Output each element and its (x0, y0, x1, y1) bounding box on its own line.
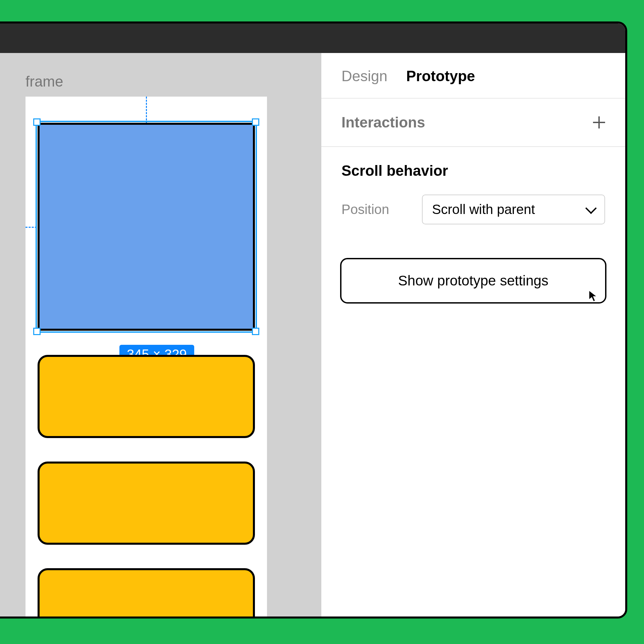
canvas-area[interactable]: frame 345 × 329 (0, 53, 321, 616)
selection-outline (36, 121, 257, 333)
position-label: Position (341, 202, 409, 217)
alignment-guide-vertical (146, 97, 147, 123)
position-select-value: Scroll with parent (432, 202, 535, 217)
add-interaction-icon[interactable] (593, 116, 605, 128)
interactions-section: Interactions (321, 99, 625, 147)
tab-prototype[interactable]: Prototype (406, 68, 475, 85)
sidebar-tabs: Design Prototype (321, 53, 625, 99)
resize-handle-bottom-right[interactable] (252, 328, 259, 335)
frame-label[interactable]: frame (25, 73, 63, 90)
scroll-behavior-title: Scroll behavior (341, 162, 605, 179)
titlebar (0, 23, 625, 53)
workspace: frame 345 × 329 (0, 53, 625, 616)
interactions-title: Interactions (341, 114, 425, 131)
frame[interactable]: 345 × 329 (25, 97, 267, 616)
yellow-rectangle-2[interactable] (38, 462, 255, 545)
resize-handle-top-right[interactable] (252, 118, 259, 126)
resize-handle-top-left[interactable] (33, 118, 41, 126)
scroll-behavior-section: Scroll behavior Position Scroll with par… (321, 147, 625, 240)
yellow-rectangle-3[interactable] (38, 568, 255, 619)
alignment-guide-horizontal (25, 227, 37, 228)
app-window: frame 345 × 329 (0, 21, 627, 619)
yellow-rectangle-1[interactable] (38, 355, 255, 438)
position-select[interactable]: Scroll with parent (422, 195, 605, 224)
right-sidebar: Design Prototype Interactions Scroll beh… (321, 53, 625, 616)
chevron-down-icon (585, 203, 597, 214)
show-prototype-settings-button[interactable]: Show prototype settings (340, 258, 606, 304)
resize-handle-bottom-left[interactable] (33, 328, 41, 335)
tab-design[interactable]: Design (341, 68, 387, 85)
